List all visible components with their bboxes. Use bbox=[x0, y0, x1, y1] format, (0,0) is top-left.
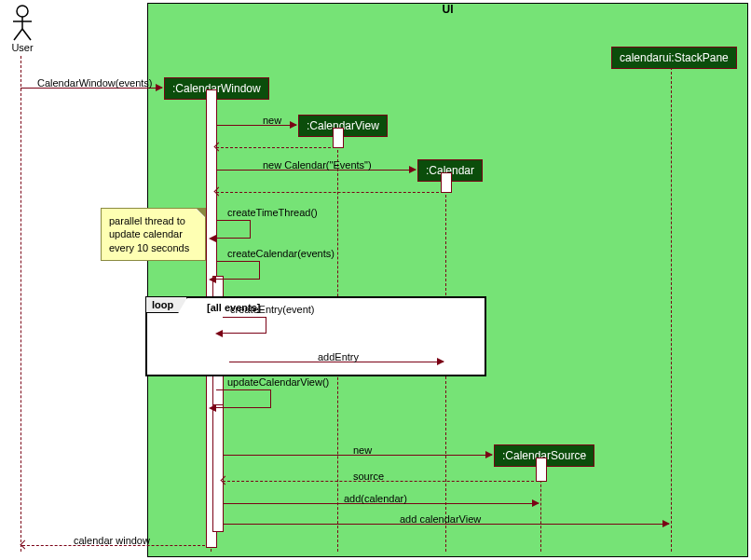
svg-line-4 bbox=[22, 29, 31, 40]
return-calendar-window: calendar window bbox=[22, 545, 205, 546]
msg-createtimethread bbox=[216, 220, 251, 239]
svg-line-3 bbox=[14, 29, 22, 40]
user-icon bbox=[9, 5, 35, 42]
msg-new-calendarsource: new bbox=[223, 455, 492, 456]
return-source: source bbox=[223, 481, 534, 482]
return-calendarview bbox=[216, 147, 331, 148]
lifeline-user bbox=[20, 56, 21, 552]
msg-add-calendarview: add calendarView bbox=[223, 524, 669, 525]
msg-add-calendar: add(calendar) bbox=[223, 503, 539, 504]
actor-user: User bbox=[4, 5, 41, 53]
activation-cv bbox=[333, 128, 344, 148]
loop-title: loop bbox=[146, 297, 187, 313]
label-createtimethread: createTimeThread() bbox=[227, 207, 318, 218]
note-thread: parallel thread to update calendar every… bbox=[101, 208, 206, 261]
svg-point-0 bbox=[17, 6, 28, 17]
activation-cal bbox=[441, 172, 452, 193]
actor-label: User bbox=[4, 42, 41, 53]
msg-addentry: addEntry bbox=[229, 362, 444, 362]
msg-createentry bbox=[223, 317, 266, 334]
participant-stackpane: calendarui:StackPane bbox=[611, 47, 737, 69]
msg-createcalendar bbox=[216, 261, 260, 280]
activation-cs bbox=[536, 458, 547, 482]
label-createentry: createEntry(event) bbox=[230, 304, 314, 315]
msg-calendarwindow-events: CalendarWindow(events) bbox=[20, 88, 162, 89]
activation-cw-updateview bbox=[212, 404, 224, 532]
frame-title: UI bbox=[443, 3, 454, 16]
label-updatecalendarview: updateCalendarView() bbox=[227, 376, 329, 388]
msg-new-calendar: new Calendar("Events") bbox=[216, 170, 416, 171]
sequence-diagram: UI User :CalendarWindow :CalendarView :C… bbox=[0, 0, 751, 560]
return-calendar bbox=[216, 192, 439, 193]
msg-updatecalendarview bbox=[216, 389, 271, 408]
msg-new-calendarview: new bbox=[216, 125, 296, 126]
loop-fragment: loop [all events] bbox=[145, 296, 486, 376]
label-createcalendar: createCalendar(events) bbox=[227, 248, 335, 259]
lifeline-stackpane bbox=[671, 67, 672, 552]
